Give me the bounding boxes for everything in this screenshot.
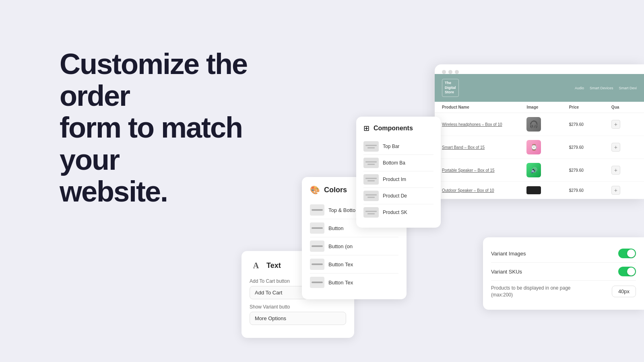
store-logo: The Digital Store xyxy=(442,79,459,97)
table-row: Outdoor Speaker – Box of 10 $279.60 + xyxy=(435,182,644,199)
product-name-3[interactable]: Portable Speaker – Box of 15 xyxy=(442,168,526,173)
store-nav: Audio Smart Devices Smart Devi xyxy=(467,86,637,90)
qty-btn-4[interactable]: + xyxy=(611,186,620,195)
comp-thumb-line xyxy=(365,178,377,179)
product-price-1: $279.60 xyxy=(569,122,611,127)
variant-skus-label: Variant SKUs xyxy=(491,269,522,275)
hero-section: Customize the order form to match your w… xyxy=(60,48,293,208)
products-per-page-desc: Products to be displayed in one page (ma… xyxy=(491,285,580,298)
browser-dot-1 xyxy=(442,70,446,74)
show-variant-row: Show Variant butto xyxy=(250,304,346,325)
products-per-page-input[interactable] xyxy=(612,286,636,297)
comp-label-bottom-bar: Bottom Ba xyxy=(383,160,405,166)
variant-images-toggle[interactable] xyxy=(618,249,636,258)
comp-item-bottom-bar[interactable]: Bottom Ba xyxy=(363,155,433,171)
store-nav-smart[interactable]: Smart Devices xyxy=(590,86,613,90)
comp-item-product-image[interactable]: Product Im xyxy=(363,171,433,188)
product-name-2[interactable]: Smart Band – Box of 15 xyxy=(442,145,526,150)
comp-thumb xyxy=(363,207,379,218)
comp-thumb-line-short xyxy=(367,164,375,165)
comp-thumb xyxy=(363,141,379,152)
colors-item-icon xyxy=(310,241,324,252)
text-panel-title: Text xyxy=(266,261,281,270)
comp-thumb-line xyxy=(365,211,377,212)
components-icon: ⊞ xyxy=(363,124,369,133)
store-header: The Digital Store Audio Smart Devices Sm… xyxy=(435,74,644,102)
table-row: Wireless headphones – Box of 10 🎧 $279.6… xyxy=(435,113,644,136)
product-price-4: $279.60 xyxy=(569,188,611,193)
comp-label-product-image: Product Im xyxy=(383,177,406,182)
colors-item-button-text-2[interactable]: Button Tex xyxy=(310,274,398,291)
toggle-thumb xyxy=(627,267,635,276)
table-row: Smart Band – Box of 15 ⌚ $279.60 + xyxy=(435,136,644,159)
toggle-thumb xyxy=(627,249,635,257)
components-header: ⊞ Components xyxy=(363,124,433,133)
store-nav-smart2[interactable]: Smart Devi xyxy=(619,86,637,90)
colors-item-icon xyxy=(310,222,324,234)
product-name-1[interactable]: Wireless headphones – Box of 10 xyxy=(442,122,526,127)
qty-btn-3[interactable]: + xyxy=(611,166,620,175)
colors-item-icon xyxy=(310,204,324,216)
comp-thumb-line xyxy=(365,161,377,162)
show-variant-input[interactable] xyxy=(250,312,346,325)
variant-skus-toggle[interactable] xyxy=(618,267,636,276)
colors-panel-title: Colors xyxy=(324,186,347,194)
product-image-4 xyxy=(526,186,541,194)
comp-thumb-line xyxy=(365,145,377,146)
product-price-3: $279.60 xyxy=(569,168,611,173)
product-price-2: $279.60 xyxy=(569,145,611,150)
store-nav-audio[interactable]: Audio xyxy=(575,86,584,90)
comp-label-product-desc: Product De xyxy=(383,193,407,199)
variant-images-label: Variant Images xyxy=(491,251,526,257)
comp-thumb-line-short xyxy=(367,147,375,148)
comp-label-top-bar: Top Bar xyxy=(383,144,399,149)
product-image-1: 🎧 xyxy=(526,117,541,132)
col-header-name: Product Name xyxy=(442,105,526,109)
hero-title: Customize the order form to match your w… xyxy=(60,48,293,208)
comp-item-product-sku[interactable]: Product SK xyxy=(363,204,433,220)
col-header-image: Image xyxy=(526,105,569,109)
product-image-2: ⌚ xyxy=(526,140,541,154)
product-image-3: 🔊 xyxy=(526,163,541,177)
text-icon: A xyxy=(250,259,262,272)
colors-item-button-text-1[interactable]: Button Tex xyxy=(310,255,398,274)
colors-item-icon xyxy=(310,259,324,270)
browser-dot-2 xyxy=(448,70,452,74)
colors-item-label: Button xyxy=(328,225,344,231)
comp-thumb-line xyxy=(365,194,377,195)
comp-thumb-line-short xyxy=(367,197,375,198)
product-table-panel: The Digital Store Audio Smart Devices Sm… xyxy=(435,64,644,199)
col-header-price: Price xyxy=(569,105,611,109)
browser-dots xyxy=(435,64,644,74)
components-title: Components xyxy=(374,125,413,132)
col-header-qty: Qua xyxy=(611,105,637,109)
colors-item-button-on[interactable]: Button (on xyxy=(310,237,398,255)
colors-item-label: Button Tex xyxy=(328,280,353,286)
table-row: Portable Speaker – Box of 15 🔊 $279.60 + xyxy=(435,159,644,182)
variant-images-row: Variant Images xyxy=(491,245,636,263)
comp-label-product-sku: Product SK xyxy=(383,210,407,215)
colors-item-label: Button Tex xyxy=(328,261,353,267)
variant-skus-row: Variant SKUs xyxy=(491,263,636,281)
comp-thumb xyxy=(363,191,379,201)
comp-thumb-line-short xyxy=(367,213,375,214)
products-per-page-row: Products to be displayed in one page (ma… xyxy=(491,281,636,302)
colors-item-icon xyxy=(310,277,324,288)
show-variant-label: Show Variant butto xyxy=(250,304,346,310)
qty-btn-2[interactable]: + xyxy=(611,143,620,152)
settings-panel: Variant Images Variant SKUs Products to … xyxy=(483,237,644,310)
comp-thumb xyxy=(363,158,379,168)
qty-btn-1[interactable]: + xyxy=(611,120,620,129)
comp-thumb xyxy=(363,174,379,185)
colors-icon: 🎨 xyxy=(310,185,320,195)
table-header: Product Name Image Price Qua xyxy=(435,102,644,113)
colors-item-label: Top & Botto xyxy=(328,207,355,213)
comp-item-top-bar[interactable]: Top Bar xyxy=(363,138,433,155)
comp-item-product-desc[interactable]: Product De xyxy=(363,188,433,204)
components-panel: ⊞ Components Top Bar Bottom Ba Product I… xyxy=(356,117,441,228)
comp-thumb-line-short xyxy=(367,180,375,181)
browser-dot-3 xyxy=(455,70,459,74)
colors-item-label: Button (on xyxy=(328,243,353,249)
product-name-4[interactable]: Outdoor Speaker – Box of 10 xyxy=(442,188,526,193)
